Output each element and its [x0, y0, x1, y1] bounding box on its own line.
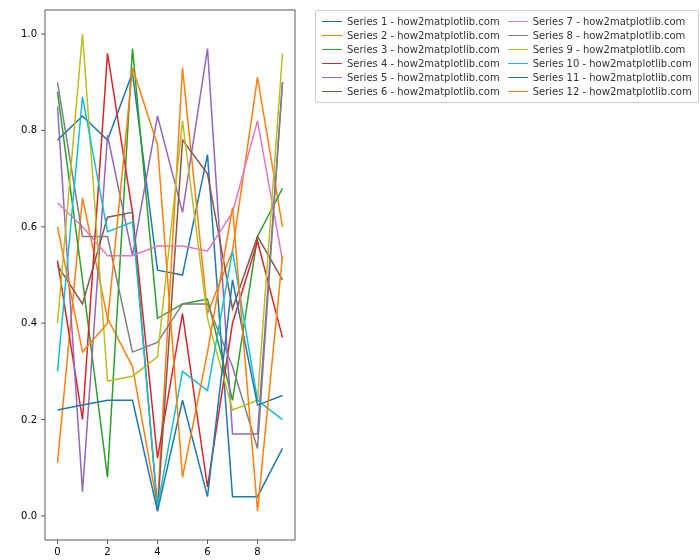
legend-label: Series 4 - how2matplotlib.com	[347, 57, 500, 70]
legend-label: Series 6 - how2matplotlib.com	[347, 85, 500, 98]
legend-swatch	[322, 49, 342, 50]
legend-label: Series 8 - how2matplotlib.com	[533, 29, 686, 42]
legend-item-s7: Series 7 - how2matplotlib.com	[508, 15, 692, 28]
y-tick-label: 0.0	[21, 510, 37, 521]
legend-item-s3: Series 3 - how2matplotlib.com	[322, 43, 500, 56]
legend-label: Series 10 - how2matplotlib.com	[533, 57, 692, 70]
legend-item-s1: Series 1 - how2matplotlib.com	[322, 15, 500, 28]
legend-swatch	[322, 21, 342, 22]
legend-item-s8: Series 8 - how2matplotlib.com	[508, 29, 692, 42]
legend-label: Series 11 - how2matplotlib.com	[533, 71, 692, 84]
legend-swatch	[508, 63, 528, 64]
legend-swatch	[322, 77, 342, 78]
y-tick-label: 1.0	[21, 28, 37, 39]
legend-label: Series 1 - how2matplotlib.com	[347, 15, 500, 28]
x-tick-label: 2	[104, 546, 110, 557]
legend-label: Series 2 - how2matplotlib.com	[347, 29, 500, 42]
y-tick-label: 0.2	[21, 414, 37, 425]
legend-item-s6: Series 6 - how2matplotlib.com	[322, 85, 500, 98]
y-tick-label: 0.6	[21, 221, 37, 232]
legend-swatch	[508, 35, 528, 36]
legend-swatch	[508, 91, 528, 92]
legend-item-s2: Series 2 - how2matplotlib.com	[322, 29, 500, 42]
legend-swatch	[322, 63, 342, 64]
legend-label: Series 9 - how2matplotlib.com	[533, 43, 686, 56]
legend-item-s10: Series 10 - how2matplotlib.com	[508, 57, 692, 70]
legend-label: Series 12 - how2matplotlib.com	[533, 85, 692, 98]
legend-label: Series 5 - how2matplotlib.com	[347, 71, 500, 84]
legend-swatch	[508, 77, 528, 78]
legend-label: Series 7 - how2matplotlib.com	[533, 15, 686, 28]
legend: Series 1 - how2matplotlib.comSeries 2 - …	[315, 10, 699, 103]
y-tick-label: 0.8	[21, 124, 37, 135]
legend-item-s5: Series 5 - how2matplotlib.com	[322, 71, 500, 84]
x-tick-label: 4	[154, 546, 160, 557]
legend-item-s4: Series 4 - how2matplotlib.com	[322, 57, 500, 70]
legend-swatch	[322, 91, 342, 92]
y-tick-label: 0.4	[21, 317, 37, 328]
legend-label: Series 3 - how2matplotlib.com	[347, 43, 500, 56]
legend-item-s12: Series 12 - how2matplotlib.com	[508, 85, 692, 98]
legend-item-s11: Series 11 - how2matplotlib.com	[508, 71, 692, 84]
legend-swatch	[322, 35, 342, 36]
x-tick-label: 6	[204, 546, 210, 557]
legend-swatch	[508, 49, 528, 50]
x-tick-label: 0	[54, 546, 60, 557]
legend-item-s9: Series 9 - how2matplotlib.com	[508, 43, 692, 56]
legend-swatch	[508, 21, 528, 22]
x-tick-label: 8	[254, 546, 260, 557]
